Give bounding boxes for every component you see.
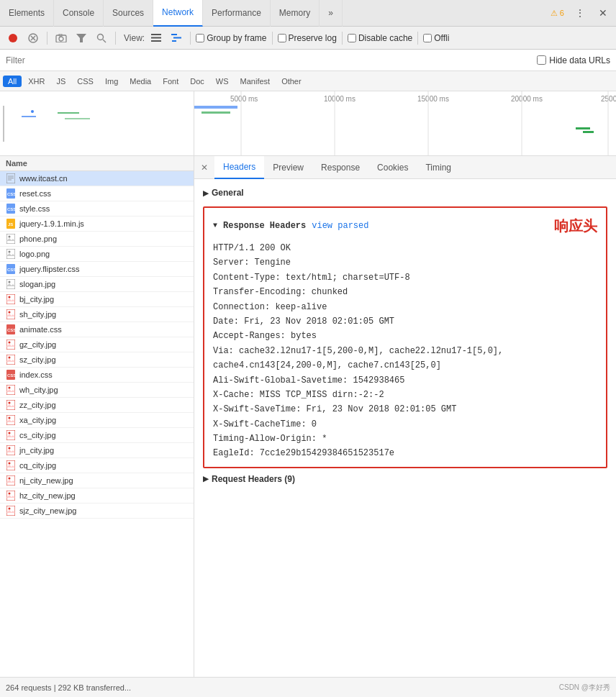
hide-data-urls-option[interactable]: Hide data URLs: [537, 55, 610, 65]
type-btn-ws[interactable]: WS: [211, 76, 234, 87]
type-btn-img[interactable]: Img: [100, 76, 123, 87]
file-item[interactable]: CSS style.css: [0, 201, 194, 217]
group-by-frame-option[interactable]: Group by frame: [196, 33, 266, 43]
file-name: cs_city.jpg: [19, 431, 56, 439]
detail-tab-response[interactable]: Response: [312, 156, 368, 179]
record-button[interactable]: [4, 29, 22, 47]
file-item[interactable]: hz_city_new.jpg: [0, 488, 194, 504]
file-item[interactable]: jn_city.jpg: [0, 443, 194, 458]
tab-console[interactable]: Console: [54, 0, 104, 27]
filter-input[interactable]: [6, 55, 531, 65]
more-options-icon[interactable]: ⋮: [570, 3, 590, 23]
type-btn-all[interactable]: All: [3, 76, 22, 87]
detail-tab-preview[interactable]: Preview: [264, 156, 312, 179]
warning-badge[interactable]: ⚠ 6: [551, 9, 564, 18]
file-item[interactable]: cs_city.jpg: [0, 428, 194, 443]
general-section-header[interactable]: ▶ General: [203, 185, 607, 201]
disable-cache-option[interactable]: Disable cache: [348, 33, 412, 43]
tab-memory[interactable]: Memory: [271, 0, 320, 27]
response-header-line: Content-Type: text/html; charset=UTF-8: [213, 270, 597, 285]
request-headers-arrow-icon: ▶: [203, 475, 209, 483]
svg-point-76: [9, 463, 11, 465]
tab-performance[interactable]: Performance: [203, 0, 271, 27]
file-name: reset.css: [19, 189, 51, 198]
file-item[interactable]: sjz_city_new.jpg: [0, 504, 194, 519]
file-icon-img-red: [6, 460, 16, 470]
type-btn-css[interactable]: CSS: [72, 76, 99, 87]
toolbar-sep-1: [47, 32, 47, 45]
disable-cache-label: Disable cache: [358, 33, 412, 43]
group-by-frame-label: Group by frame: [207, 33, 266, 43]
disable-cache-checkbox[interactable]: [348, 34, 356, 42]
svg-rect-13: [171, 34, 177, 35]
file-item[interactable]: bj_city.jpg: [0, 292, 194, 307]
file-name: slogan.jpg: [19, 280, 55, 288]
tab-overflow[interactable]: »: [320, 0, 343, 27]
detail-close-button[interactable]: ✕: [197, 160, 212, 175]
tab-sources[interactable]: Sources: [104, 0, 153, 27]
file-item[interactable]: xa_city.jpg: [0, 413, 194, 428]
svg-point-56: [9, 311, 11, 314]
response-headers-box: ▼ Response Headers view parsed 响应头 HTTP/…: [203, 206, 607, 468]
svg-rect-12: [151, 40, 161, 42]
preserve-log-checkbox[interactable]: [278, 34, 286, 42]
type-btn-js[interactable]: JS: [51, 76, 71, 87]
request-headers-header[interactable]: ▶ Request Headers (9): [203, 471, 607, 487]
offline-option[interactable]: Offli: [423, 33, 449, 43]
type-btn-manifest[interactable]: Manifest: [235, 76, 276, 87]
network-toolbar: View: Group by frame Preserve log Disabl…: [0, 27, 616, 50]
type-btn-other[interactable]: Other: [276, 76, 307, 87]
svg-rect-35: [6, 173, 15, 183]
file-item[interactable]: slogan.jpg: [0, 277, 194, 292]
svg-point-74: [9, 447, 11, 450]
file-item[interactable]: nj_city_new.jpg: [0, 473, 194, 488]
type-btn-font[interactable]: Font: [158, 76, 184, 87]
toolbar-sep-4: [272, 32, 273, 45]
file-item[interactable]: sh_city.jpg: [0, 307, 194, 322]
file-item[interactable]: sz_city.jpg: [0, 352, 194, 368]
list-view-button[interactable]: [148, 29, 165, 47]
file-item[interactable]: cq_city.jpg: [0, 458, 194, 473]
screenshot-button[interactable]: [53, 29, 70, 47]
file-item[interactable]: CSS jquery.flipster.css: [0, 262, 194, 277]
file-item[interactable]: CSS index.css: [0, 368, 194, 383]
file-item[interactable]: CSS animate.css: [0, 322, 194, 337]
type-btn-doc[interactable]: Doc: [185, 76, 209, 87]
file-item[interactable]: wh_city.jpg: [0, 383, 194, 398]
offline-checkbox[interactable]: [423, 34, 432, 42]
filter-toggle-button[interactable]: [73, 29, 90, 47]
file-name: wh_city.jpg: [19, 386, 58, 394]
waterfall-view-button[interactable]: [168, 29, 185, 47]
preserve-log-option[interactable]: Preserve log: [278, 33, 337, 43]
file-name: sh_city.jpg: [19, 310, 56, 319]
detail-content: ▶ General ▼ Response Headers view parsed…: [194, 179, 616, 677]
file-item[interactable]: zz_city.jpg: [0, 398, 194, 413]
detail-tab-cookies[interactable]: Cookies: [368, 156, 417, 179]
svg-rect-77: [6, 475, 15, 486]
file-item[interactable]: www.itcast.cn: [0, 171, 194, 186]
tab-elements[interactable]: Elements: [3, 0, 54, 27]
close-devtools-icon[interactable]: ✕: [593, 3, 613, 23]
search-button[interactable]: [93, 29, 110, 47]
type-btn-media[interactable]: Media: [124, 76, 156, 87]
file-item[interactable]: JS jquery-1.9.1.min.js: [0, 217, 194, 232]
svg-rect-10: [151, 34, 161, 35]
svg-point-66: [9, 387, 11, 389]
tab-network[interactable]: Network: [153, 0, 203, 27]
response-headers-arrow[interactable]: ▼: [213, 219, 217, 232]
detail-tab-headers[interactable]: Headers: [214, 156, 264, 179]
type-btn-xhr[interactable]: XHR: [23, 76, 50, 87]
file-item[interactable]: logo.png: [0, 247, 194, 262]
file-item[interactable]: gz_city.jpg: [0, 337, 194, 352]
svg-rect-33: [576, 127, 590, 129]
file-item[interactable]: phone.png: [0, 232, 194, 247]
file-icon-css-red: CSS: [6, 324, 16, 334]
detail-tab-timing[interactable]: Timing: [417, 156, 460, 179]
toolbar-sep-5: [342, 32, 343, 45]
svg-point-72: [9, 432, 11, 434]
clear-button[interactable]: [24, 29, 42, 47]
group-by-frame-checkbox[interactable]: [196, 34, 204, 42]
view-parsed-link[interactable]: view parsed: [312, 219, 368, 233]
hide-data-urls-checkbox[interactable]: [537, 55, 546, 65]
file-item[interactable]: CSS reset.css: [0, 186, 194, 201]
